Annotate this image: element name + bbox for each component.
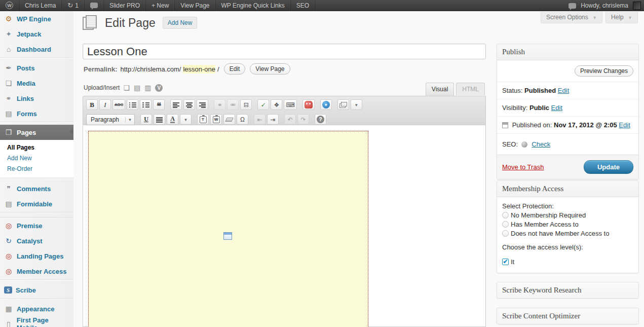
comments-menu[interactable] xyxy=(85,0,104,11)
bullet-list-button[interactable] xyxy=(127,99,138,110)
scribe-optimizer-title[interactable]: Scribe Content Optimizer xyxy=(497,308,638,324)
numbered-list-button[interactable] xyxy=(140,99,151,110)
admin-bar-item[interactable]: View Page xyxy=(175,0,215,11)
wp-logo-menu[interactable]: W xyxy=(0,0,19,11)
move-to-trash-link[interactable]: Move to Trash xyxy=(502,163,544,171)
screen-options-button[interactable]: Screen Options ▼ xyxy=(541,12,602,23)
tab-visual[interactable]: Visual xyxy=(426,83,454,96)
avatar[interactable] xyxy=(633,2,641,10)
seo-check-link[interactable]: Check xyxy=(532,140,550,148)
radio-button[interactable] xyxy=(502,221,509,228)
undo-button[interactable]: ↶ xyxy=(284,114,296,125)
access-level-checkbox-row[interactable]: ✔ It xyxy=(502,258,633,266)
membership-box-title[interactable]: Membership Access xyxy=(497,181,638,197)
styles-button-dropdown[interactable]: ▾ xyxy=(351,99,362,110)
paste-as-text-button[interactable]: T xyxy=(197,114,209,125)
blockquote-button[interactable]: ❝ xyxy=(153,99,165,110)
outdent-button[interactable]: ⇤ xyxy=(254,114,266,125)
align-left-button[interactable] xyxy=(170,99,182,110)
link-button[interactable]: ⚭ xyxy=(214,99,225,110)
editor-canvas[interactable] xyxy=(83,125,486,327)
sidebar-item-pages[interactable]: ❐Pages xyxy=(0,125,73,140)
add-entry-icon[interactable]: ▥ xyxy=(144,84,151,92)
styles-button[interactable] xyxy=(337,99,349,110)
help-button[interactable]: Help ▼ xyxy=(605,12,638,23)
sidebar-item-scribe[interactable]: SScribe xyxy=(0,282,73,298)
premise-button[interactable]: ✦ xyxy=(320,99,332,110)
add-media-icon[interactable]: ❏ xyxy=(123,84,130,92)
sidebar-item-links[interactable]: ⚭Links xyxy=(0,91,73,106)
sidebar-item-formidable[interactable]: ▤Formidable xyxy=(0,196,73,211)
submenu-item-add-new[interactable]: Add New xyxy=(7,153,73,164)
update-button[interactable]: Update xyxy=(584,160,633,174)
notification-bubble-icon[interactable] xyxy=(569,3,576,9)
embedded-object-placeholder-icon[interactable] xyxy=(223,232,232,240)
protection-radio-row[interactable]: Has Member Access to xyxy=(502,221,633,228)
special-character-button[interactable]: Ω xyxy=(237,114,248,125)
text-color-button-dropdown[interactable]: ▾ xyxy=(180,114,192,125)
admin-bar-item[interactable]: Slider PRO xyxy=(104,0,146,11)
sidebar-item-premise[interactable]: ◎Premise xyxy=(0,218,73,233)
sidebar-item-posts[interactable]: ✒Posts xyxy=(0,60,73,76)
sidebar-item-wp-engine[interactable]: ⚙WP Engine xyxy=(0,11,73,26)
sidebar-item-first-page-mobile[interactable]: ▯First Page Mobile xyxy=(0,316,73,327)
add-form-icon[interactable]: ▤ xyxy=(134,84,140,92)
underline-button[interactable]: U xyxy=(140,114,152,125)
align-right-button[interactable] xyxy=(197,99,208,110)
editor-content-area[interactable] xyxy=(88,131,368,327)
paste-from-word-button[interactable]: W xyxy=(210,114,222,125)
strikethrough-button[interactable]: ABC xyxy=(112,99,125,110)
indent-button[interactable]: ⇥ xyxy=(267,114,279,125)
paragraph-select[interactable]: Paragraph▾ xyxy=(86,114,135,125)
post-title-input[interactable] xyxy=(83,44,486,59)
scribe-keyword-title[interactable]: Scribe Keyword Research xyxy=(497,282,638,298)
preview-changes-button[interactable]: Preview Changes xyxy=(575,65,633,77)
submenu-item-all-pages[interactable]: All Pages xyxy=(7,142,73,153)
text-color-button[interactable]: A xyxy=(167,114,178,125)
sidebar-item-label: Scribe xyxy=(16,286,36,294)
kitchen-sink-button[interactable]: ⌨ xyxy=(284,99,296,110)
justify-button[interactable] xyxy=(154,114,165,125)
edit-status-link[interactable]: Edit xyxy=(558,87,569,94)
sidebar-item-comments[interactable]: ❞Comments xyxy=(0,181,73,196)
bold-button[interactable]: B xyxy=(86,99,98,110)
fullscreen-button[interactable]: ❖ xyxy=(271,99,282,110)
publish-box-title[interactable]: Publish xyxy=(497,44,638,60)
submenu-item-re-order[interactable]: Re-Order xyxy=(7,164,73,174)
add-new-button[interactable]: Add New xyxy=(163,17,198,29)
sidebar-item-appearance[interactable]: ▦Appearance xyxy=(0,301,73,316)
protection-radio-row[interactable]: No Membership Required xyxy=(502,211,633,219)
site-name-menu[interactable]: Chris Lema xyxy=(19,0,62,11)
radio-button[interactable] xyxy=(502,212,509,219)
help-button[interactable]: ? xyxy=(315,114,326,125)
sidebar-item-jetpack[interactable]: ✦Jetpack xyxy=(0,26,73,42)
more-tag-button[interactable]: ⊟ xyxy=(240,99,252,110)
protection-radio-row[interactable]: Does not have Member Access to xyxy=(502,230,633,237)
view-page-button[interactable]: View Page xyxy=(250,63,290,75)
tab-html[interactable]: HTML xyxy=(456,83,485,95)
remove-formatting-button[interactable] xyxy=(223,114,235,125)
sidebar-item-forms[interactable]: ▤Forms xyxy=(0,106,73,121)
sidebar-item-dashboard[interactable]: ⌂Dashboard xyxy=(0,42,73,57)
admin-bar-item[interactable]: SEO xyxy=(291,0,315,11)
spellcheck-button[interactable]: ✓ xyxy=(257,99,269,110)
howdy-account-menu[interactable]: Howdy, chrislema xyxy=(581,2,628,9)
edit-permalink-button[interactable]: Edit xyxy=(224,63,246,75)
sidebar-item-catalyst[interactable]: ↻Catalyst xyxy=(0,233,73,248)
sidebar-item-landing-pages[interactable]: ◎Landing Pages xyxy=(0,248,73,264)
unlink-button[interactable]: ⚮ xyxy=(227,99,239,110)
sidebar-item-media[interactable]: ❏Media xyxy=(0,76,73,91)
premise-v-icon[interactable]: V xyxy=(155,84,163,92)
italic-button[interactable]: I xyxy=(99,99,111,110)
align-center-button[interactable] xyxy=(183,99,195,110)
admin-bar-item[interactable]: WP Engine Quick Links xyxy=(216,0,291,11)
mascot-button[interactable] xyxy=(302,99,315,110)
redo-button[interactable]: ↷ xyxy=(297,114,309,125)
sidebar-item-member-access[interactable]: ◎Member Access xyxy=(0,264,73,279)
edit-visibility-link[interactable]: Edit xyxy=(551,104,562,112)
updates-menu[interactable]: ↻ 1 xyxy=(62,0,85,11)
admin-bar-item[interactable]: + New xyxy=(146,0,175,11)
checked-checkbox[interactable]: ✔ xyxy=(502,259,509,265)
edit-published-link[interactable]: Edit xyxy=(619,121,630,129)
radio-button[interactable] xyxy=(502,230,509,237)
